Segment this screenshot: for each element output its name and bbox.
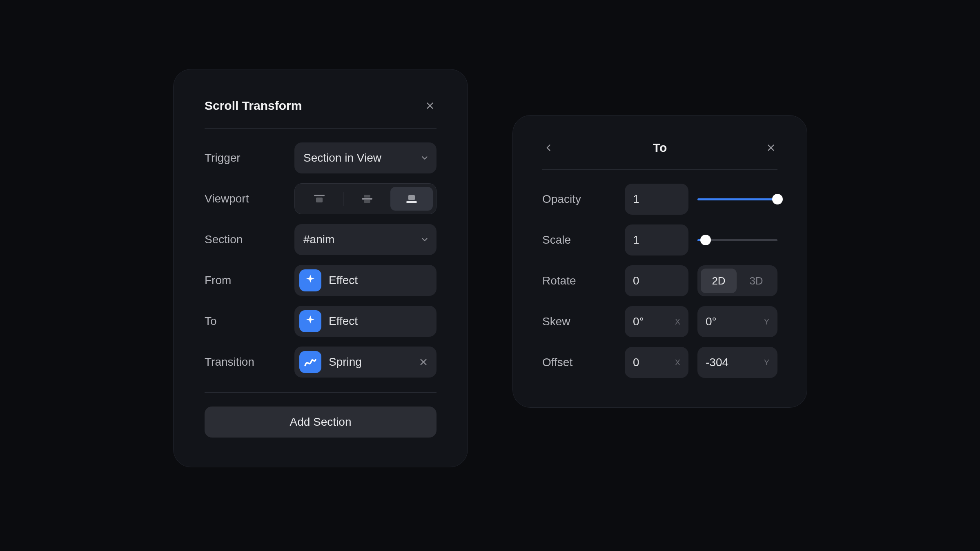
offset-y-input[interactable]: -304 Y	[697, 347, 777, 378]
skew-y-input[interactable]: 0° Y	[697, 306, 777, 337]
slider-thumb[interactable]	[700, 235, 711, 245]
svg-rect-2	[362, 198, 372, 200]
offset-y-value: -304	[706, 356, 764, 369]
axis-label-x: X	[675, 358, 680, 367]
from-value: Effect	[329, 274, 429, 287]
panel-header: To	[542, 141, 777, 170]
chevron-down-icon	[420, 153, 429, 162]
skew-x-value: 0°	[633, 315, 675, 328]
skew-y-value: 0°	[706, 315, 764, 328]
back-icon[interactable]	[542, 141, 555, 154]
label-trigger: Trigger	[205, 151, 286, 164]
from-effect-button[interactable]: Effect	[294, 265, 437, 296]
label-transition: Transition	[205, 355, 286, 369]
divider	[205, 392, 437, 393]
svg-rect-0	[314, 195, 325, 196]
add-section-label: Add Section	[290, 415, 352, 429]
remove-transition-icon[interactable]	[418, 356, 429, 368]
row-transition: Transition Spring	[205, 347, 437, 378]
row-from: From Effect	[205, 265, 437, 296]
svg-rect-6	[406, 201, 417, 203]
label-skew: Skew	[542, 315, 616, 328]
sparkle-icon	[299, 310, 321, 332]
scale-value: 1	[633, 233, 680, 247]
viewport-option-top[interactable]	[298, 187, 341, 211]
scale-input[interactable]: 1	[625, 224, 688, 256]
label-opacity: Opacity	[542, 193, 616, 206]
label-offset: Offset	[542, 356, 616, 369]
slider-fill	[697, 198, 777, 200]
offset-x-value: 0	[633, 356, 675, 369]
transition-value: Spring	[329, 355, 418, 369]
offset-x-input[interactable]: 0 X	[625, 347, 688, 378]
transition-button[interactable]: Spring	[294, 347, 437, 378]
viewport-option-bottom[interactable]	[390, 187, 433, 211]
axis-label-y: Y	[764, 317, 769, 327]
segment-divider	[343, 192, 343, 206]
add-section-button[interactable]: Add Section	[205, 407, 437, 438]
scroll-transform-panel: Scroll Transform Trigger Section in View…	[173, 69, 468, 467]
label-to: To	[205, 315, 286, 328]
sparkle-icon	[299, 269, 321, 291]
panel-header: Scroll Transform	[205, 99, 437, 129]
to-value: Effect	[329, 315, 429, 328]
skew-x-input[interactable]: 0° X	[625, 306, 688, 337]
label-rotate: Rotate	[542, 274, 616, 287]
opacity-slider[interactable]	[697, 194, 777, 204]
viewport-segmented	[294, 183, 437, 214]
rotate-input[interactable]: 0	[625, 265, 688, 296]
row-rotate: Rotate 0 2D 3D	[542, 265, 777, 296]
close-icon[interactable]	[764, 141, 777, 154]
trigger-select[interactable]: Section in View	[294, 142, 437, 173]
slider-thumb[interactable]	[772, 194, 783, 204]
axis-label-y: Y	[764, 358, 769, 367]
row-skew: Skew 0° X 0° Y	[542, 306, 777, 337]
scale-slider[interactable]	[697, 235, 777, 245]
rotate-value: 0	[633, 274, 680, 287]
row-scale: Scale 1	[542, 224, 777, 256]
panel-title: Scroll Transform	[205, 99, 302, 113]
row-opacity: Opacity 1	[542, 184, 777, 215]
section-select[interactable]: #anim	[294, 224, 437, 255]
rotate-3d-option[interactable]: 3D	[738, 269, 774, 293]
section-value: #anim	[303, 233, 420, 246]
rotate-dimension-toggle: 2D 3D	[697, 265, 777, 296]
close-icon[interactable]	[423, 99, 437, 112]
row-offset: Offset 0 X -304 Y	[542, 347, 777, 378]
to-properties-panel: To Opacity 1 Scale 1 Rotate 0	[512, 115, 807, 408]
svg-rect-1	[316, 198, 323, 202]
axis-label-x: X	[675, 317, 680, 327]
svg-rect-4	[364, 200, 370, 203]
row-section: Section #anim	[205, 224, 437, 255]
label-from: From	[205, 274, 286, 287]
svg-rect-5	[408, 195, 415, 200]
panel-title: To	[653, 141, 667, 155]
row-trigger: Trigger Section in View	[205, 142, 437, 173]
opacity-input[interactable]: 1	[625, 184, 688, 215]
row-viewport: Viewport	[205, 183, 437, 214]
viewport-option-center[interactable]	[346, 187, 388, 211]
to-effect-button[interactable]: Effect	[294, 306, 437, 337]
trigger-value: Section in View	[303, 151, 420, 164]
chevron-down-icon	[420, 235, 429, 244]
label-section: Section	[205, 233, 286, 246]
svg-rect-3	[364, 195, 370, 198]
label-scale: Scale	[542, 233, 616, 247]
row-to: To Effect	[205, 306, 437, 337]
rotate-2d-option[interactable]: 2D	[701, 269, 737, 293]
label-viewport: Viewport	[205, 192, 286, 205]
spring-curve-icon	[299, 351, 321, 373]
opacity-value: 1	[633, 193, 680, 206]
